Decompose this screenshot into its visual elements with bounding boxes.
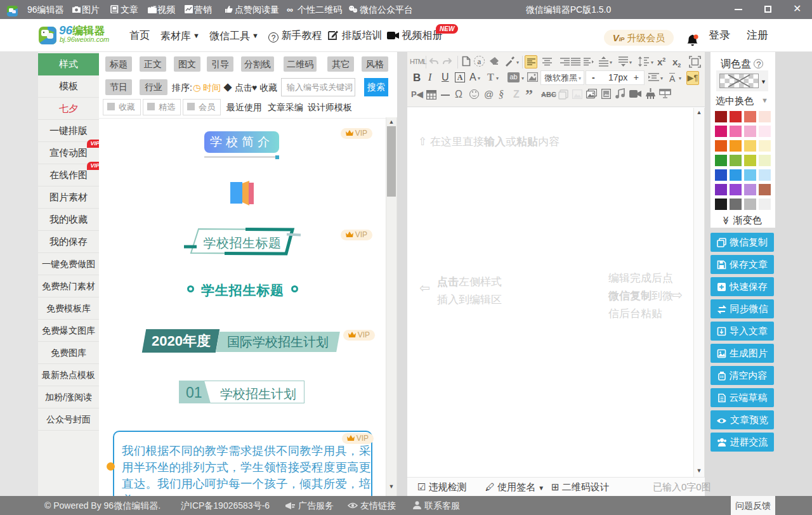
svg-text:学校招生标题: 学校招生标题 — [204, 236, 282, 250]
